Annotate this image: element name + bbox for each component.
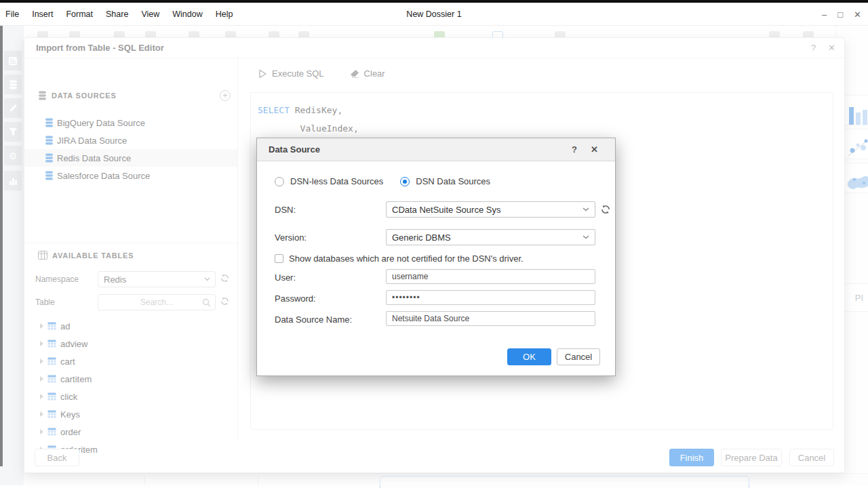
menu-file[interactable]: File — [5, 9, 19, 19]
version-select[interactable]: Generic DBMS — [386, 229, 595, 245]
menu-window[interactable]: Window — [172, 9, 202, 19]
menu-bar: File Insert Format Share View Window Hel… — [0, 3, 868, 26]
chevron-down-icon — [583, 207, 589, 211]
dsn-radio-label: DSN Data Sources — [416, 176, 490, 186]
data-source-dialog-title: Data Source — [269, 144, 320, 155]
data-source-name-label: Data Source Name: — [275, 314, 352, 325]
cancel-button[interactable]: Cancel — [557, 348, 600, 365]
password-label: Password: — [275, 293, 316, 304]
menu-help[interactable]: Help — [216, 9, 233, 19]
user-input[interactable] — [386, 269, 595, 284]
menu-share[interactable]: Share — [106, 9, 128, 19]
refresh-dsn-icon[interactable] — [600, 204, 611, 215]
show-uncertified-label: Show databases which are not certified f… — [289, 253, 524, 264]
chevron-down-icon — [583, 235, 589, 239]
version-label: Version: — [275, 232, 307, 243]
ok-button[interactable]: OK — [507, 348, 551, 365]
dsn-select[interactable]: CData NetSuite Source Sys — [386, 201, 595, 218]
data-source-dialog: Data Source ? ✕ DSN-less Data Sources DS… — [256, 138, 616, 376]
menu-format[interactable]: Format — [66, 9, 93, 19]
dsnless-radio[interactable] — [275, 177, 284, 186]
password-input[interactable] — [386, 290, 595, 305]
minimize-button[interactable]: – — [822, 9, 827, 20]
dsnless-radio-label: DSN-less Data Sources — [290, 176, 383, 186]
close-window-button[interactable]: ✕ — [854, 9, 861, 20]
dialog-help-icon[interactable]: ? — [572, 144, 577, 155]
version-value: Generic DBMS — [392, 232, 451, 243]
dsn-value: CData NetSuite Source Sys — [392, 205, 500, 215]
dialog-close-icon[interactable]: ✕ — [591, 144, 598, 155]
data-source-name-input[interactable] — [386, 311, 595, 326]
data-source-dialog-titlebar: Data Source ? ✕ — [257, 138, 615, 161]
user-label: User: — [275, 272, 296, 283]
menu-insert[interactable]: Insert — [32, 9, 53, 19]
app-window: File Insert Format Share View Window Hel… — [0, 0, 868, 488]
dsn-label: DSN: — [275, 205, 296, 215]
menu-view[interactable]: View — [141, 9, 159, 19]
show-uncertified-checkbox[interactable] — [275, 254, 283, 263]
maximize-button[interactable]: □ — [837, 9, 843, 20]
dsn-radio[interactable] — [400, 177, 410, 186]
